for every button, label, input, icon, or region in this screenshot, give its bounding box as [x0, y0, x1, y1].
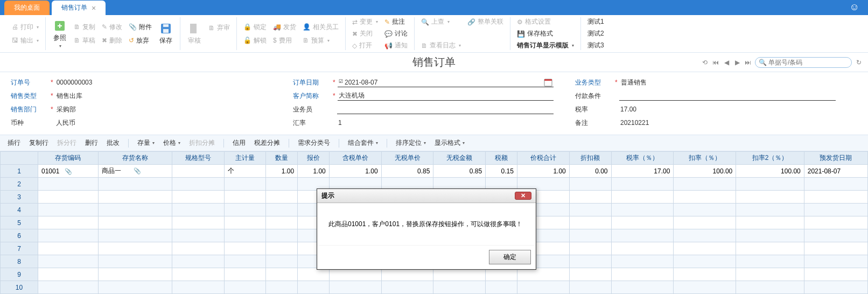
draft-icon: 🗎 — [74, 37, 80, 44]
unaudit-icon: 🗎 — [208, 24, 215, 32]
lock-button[interactable]: 🔒锁定 — [240, 21, 270, 33]
unlock-button[interactable]: 🔓解锁 — [240, 34, 270, 47]
sort-button[interactable]: 排序定位▾ — [394, 137, 428, 149]
currency-value: 人民币 — [55, 118, 76, 128]
change-button[interactable]: ⇄变更▾ — [349, 17, 381, 27]
template-button[interactable]: 销售订单显示模版▾ — [514, 40, 577, 51]
close-doc-icon: ✖ — [352, 30, 358, 38]
field-label: 业务员 — [293, 105, 331, 114]
draft-button[interactable]: 🗎草稿 — [71, 34, 99, 47]
edit-button[interactable]: ✎修改 — [99, 21, 125, 33]
biz-type-value: 普通销售 — [620, 78, 648, 87]
log-icon: 🗎 — [421, 42, 428, 50]
format-button[interactable]: ⚙格式设置 — [514, 17, 577, 27]
delete-icon: ✖ — [102, 37, 107, 44]
tab-sales-order[interactable]: 销售订单× — [52, 1, 106, 15]
ship-button[interactable]: 🚚发货 — [270, 21, 299, 33]
discuss-button[interactable]: 💬讨论 — [381, 29, 411, 39]
ok-button[interactable]: 确定 — [489, 250, 531, 264]
relate-button[interactable]: 🔗整单关联 — [464, 17, 507, 27]
last-icon[interactable]: ⏭ — [744, 59, 752, 66]
discount-button[interactable]: 折扣分摊 — [187, 137, 217, 149]
payment-input[interactable] — [619, 91, 836, 101]
batch-edit-button[interactable]: 批改 — [104, 137, 122, 149]
salesperson-input[interactable] — [337, 104, 554, 114]
delete-button[interactable]: ✖删除 — [99, 34, 125, 47]
note-button[interactable]: ✎批注 — [381, 17, 411, 27]
insert-row-button[interactable]: 插行 — [5, 137, 23, 149]
search-icon: 🔍 — [759, 59, 767, 66]
notify-button[interactable]: 📢通知 — [381, 40, 411, 51]
copy-icon: 🗎 — [74, 23, 80, 31]
test2-button[interactable]: 测试2 — [584, 29, 607, 39]
reference-button[interactable]: 参照▾ — [49, 17, 71, 50]
save-icon — [159, 22, 172, 35]
audit-button[interactable]: 审核 — [184, 17, 205, 50]
table-row[interactable]: 10 — [1, 281, 868, 294]
next-icon[interactable]: ▶ — [733, 59, 741, 66]
nav-controls: ⟲ ⏮ ◀ ▶ ⏭ 🔍 ↻ — [701, 57, 863, 68]
order-no-value: 0000000003 — [55, 78, 94, 87]
field-label: 订单日期 — [293, 78, 331, 87]
discard-button[interactable]: ↺放弃 — [125, 34, 155, 47]
display-format-button[interactable]: 显示格式▾ — [432, 137, 467, 149]
print-button[interactable]: 🖨打印▾ — [9, 21, 42, 33]
combo-button[interactable]: 组合套件▾ — [346, 137, 380, 149]
remark-value: 20210221 — [619, 118, 650, 128]
refresh-icon[interactable]: ⟲ — [701, 59, 709, 66]
close-doc-button[interactable]: ✖关闭 — [349, 29, 381, 39]
notify-icon: 📢 — [384, 42, 393, 50]
staff-button[interactable]: 👤相关员工 — [299, 21, 342, 33]
prev-icon[interactable]: ◀ — [723, 59, 730, 66]
refresh2-icon[interactable]: ↻ — [855, 59, 863, 66]
stock-button[interactable]: 存量▾ — [135, 137, 157, 149]
close-icon[interactable]: × — [92, 4, 96, 12]
unaudit-button[interactable]: 🗎弃审 — [205, 22, 233, 34]
dialog-message: 此商品01001，客户0101，替换原保存按钮操作，可以做很多事哦！ — [318, 204, 535, 245]
tab-label: 销售订单 — [61, 3, 87, 12]
grid-toolbar: 插行 复制行 拆分行 删行 批改 存量▾ 价格▾ 折扣分摊 信用 税差分摊 需求… — [0, 135, 868, 151]
test3-button[interactable]: 测试3 — [584, 40, 607, 51]
tab-desktop[interactable]: 我的桌面 — [4, 1, 50, 15]
alert-dialog: 提示 ✕ 此商品01001，客户0101，替换原保存按钮操作，可以做很多事哦！ … — [317, 188, 536, 270]
form-area: 订单号* 0000000003 订单日期* ☑ 2021-08-07 业务类型*… — [0, 72, 868, 135]
search-input[interactable] — [768, 59, 846, 66]
open-button[interactable]: ◇打开 — [349, 40, 381, 51]
split-row-button[interactable]: 拆分行 — [55, 137, 79, 149]
smile-icon[interactable]: ☺ — [850, 2, 859, 13]
log-button[interactable]: 🗎查看日志▾ — [418, 40, 464, 51]
field-label: 业务类型 — [575, 78, 613, 87]
first-icon[interactable]: ⏮ — [712, 59, 719, 66]
attachment-button[interactable]: 📎附件 — [125, 21, 155, 33]
close-icon[interactable]: ✕ — [515, 192, 531, 200]
save-format-button[interactable]: 💾保存格式 — [514, 29, 577, 39]
test1-button[interactable]: 测试1 — [584, 17, 607, 27]
calendar-icon[interactable] — [544, 78, 552, 87]
attachment-icon: 📎 — [65, 168, 72, 174]
table-row[interactable]: 1 01001 📎 商品一 📎 个 1.00 1.00 1.00 0.85 0.… — [1, 165, 868, 178]
format-icon: ⚙ — [517, 18, 523, 26]
lookup-icon: 🔍 — [421, 18, 429, 26]
lookup-button[interactable]: 🔍上查▾ — [418, 17, 464, 27]
budget-button[interactable]: 🗎预算▾ — [299, 34, 342, 47]
field-label: 销售类型 — [11, 92, 48, 101]
copy-row-button[interactable]: 复制行 — [27, 137, 51, 149]
delete-row-button[interactable]: 删行 — [83, 137, 100, 149]
customer-input[interactable]: 大连机场 — [338, 91, 554, 101]
demand-class-button[interactable]: 需求分类号 — [296, 137, 332, 149]
svg-rect-6 — [544, 79, 552, 81]
header-row: 存货编码存货名称规格型号主计量 数量报价含税单价无税单价 无税金额税额价税合计折… — [1, 152, 868, 165]
order-date-input[interactable]: ☑ 2021-08-07 — [338, 78, 554, 87]
credit-button[interactable]: 信用 — [230, 137, 248, 149]
price-button[interactable]: 价格▾ — [161, 137, 183, 149]
save-button[interactable]: 保存 — [155, 17, 177, 50]
staff-icon: 👤 — [303, 23, 311, 31]
copy-button[interactable]: 🗎复制 — [71, 21, 99, 33]
tax-diff-button[interactable]: 税差分摊 — [252, 137, 282, 149]
fee-button[interactable]: $费用 — [270, 34, 299, 47]
table-row[interactable]: 9 — [1, 268, 868, 281]
field-label: 订单号 — [11, 78, 48, 87]
field-label: 客户简称 — [293, 92, 331, 101]
dialog-title: 提示 — [321, 191, 334, 200]
export-button[interactable]: 🖫输出▾ — [9, 34, 42, 47]
